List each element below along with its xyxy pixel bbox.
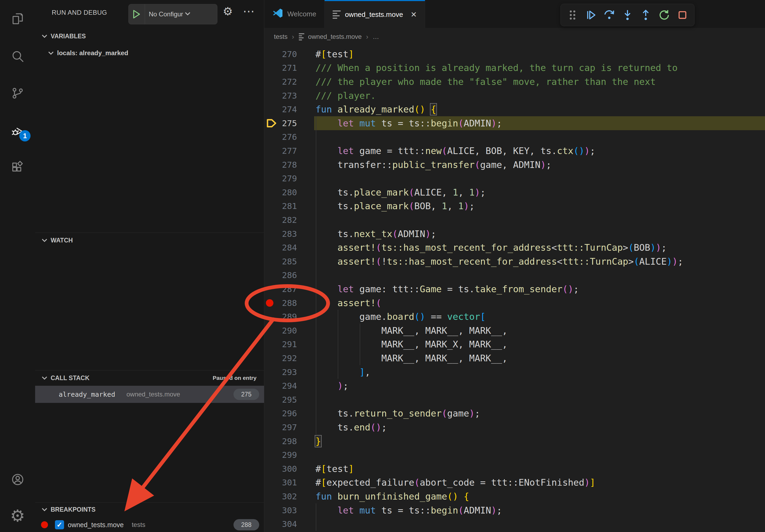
line-number[interactable]: 281	[264, 199, 297, 213]
code-line-283[interactable]: 283ts.next_tx(ADMIN);	[264, 227, 765, 241]
line-number[interactable]: 279	[264, 171, 297, 185]
line-number[interactable]: 296	[264, 406, 297, 420]
code-line-273[interactable]: 273/// player.	[264, 89, 765, 103]
code-line-287[interactable]: 287let game: ttt::Game = ts.take_from_se…	[264, 282, 765, 296]
restart-icon[interactable]	[657, 8, 671, 22]
activitybar-search-icon[interactable]	[0, 43, 35, 69]
line-number[interactable]: 290	[264, 324, 297, 338]
code-line-278[interactable]: 278transfer::public_transfer(game, ADMIN…	[264, 158, 765, 172]
code-line-296[interactable]: 296ts.return_to_sender(game);	[264, 406, 765, 420]
activitybar-account-icon[interactable]	[0, 467, 35, 492]
line-number[interactable]: 304	[264, 517, 297, 531]
variables-section-header[interactable]: VARIABLES	[35, 28, 264, 45]
activitybar-run-and-debug-icon[interactable]: 1	[0, 119, 35, 144]
line-number[interactable]: 303	[264, 503, 297, 517]
code-line-293[interactable]: 293],	[264, 365, 765, 379]
line-number[interactable]: 282	[264, 213, 297, 227]
code-line-281[interactable]: 281ts.place_mark(BOB, 1, 1);	[264, 199, 765, 213]
code-line-299[interactable]: 299	[264, 448, 765, 462]
breadcrumb-item[interactable]: tests	[274, 33, 288, 40]
line-number[interactable]: 283	[264, 227, 297, 241]
close-icon[interactable]: ✕	[410, 10, 417, 19]
watch-section-header[interactable]: WATCH	[35, 233, 264, 248]
line-number[interactable]: 271	[264, 61, 297, 75]
line-number[interactable]: 270	[264, 47, 297, 61]
line-number[interactable]: 285	[264, 254, 297, 268]
activitybar-source-control-icon[interactable]	[0, 80, 35, 106]
code-line-300[interactable]: 300#[test]	[264, 462, 765, 476]
code-line-290[interactable]: 290MARK__, MARK__, MARK__,	[264, 324, 765, 338]
line-number[interactable]: 291	[264, 338, 297, 352]
line-number[interactable]: 274	[264, 102, 297, 116]
line-number[interactable]: 299	[264, 448, 297, 462]
line-number[interactable]: 301	[264, 476, 297, 490]
tab-owned-tests-move[interactable]: owned_tests.move✕	[325, 0, 425, 28]
code-line-277[interactable]: 277let game = ttt::new(ALICE, BOB, KEY, …	[264, 144, 765, 158]
line-number[interactable]: 298	[264, 434, 297, 448]
breakpoint-row[interactable]: ✓ owned_tests.move tests 288	[35, 518, 264, 532]
more-actions-icon[interactable]: ⋯	[243, 4, 255, 18]
line-number[interactable]: 275	[264, 116, 297, 130]
code-line-280[interactable]: 280ts.place_mark(ALICE, 1, 1);	[264, 185, 765, 199]
debug-config-dropdown[interactable]: No Configur	[128, 4, 217, 24]
code-line-288[interactable]: 288assert!(	[264, 296, 765, 310]
breadcrumb-item[interactable]: …	[373, 33, 379, 40]
stop-icon[interactable]	[676, 8, 689, 22]
activitybar-extensions-icon[interactable]	[0, 155, 35, 180]
code-line-294[interactable]: 294);	[264, 379, 765, 393]
line-number[interactable]: 295	[264, 393, 297, 406]
line-number[interactable]: 273	[264, 89, 297, 103]
line-number[interactable]: 288	[264, 296, 297, 310]
breakpoint-checkbox[interactable]: ✓	[55, 520, 64, 529]
breakpoints-section-header[interactable]: BREAKPOINTS	[35, 502, 264, 516]
activitybar-explorer-icon[interactable]	[0, 6, 35, 32]
line-number[interactable]: 278	[264, 158, 297, 172]
code-line-297[interactable]: 297ts.end();	[264, 420, 765, 434]
step-out-icon[interactable]	[639, 8, 652, 22]
code-line-274[interactable]: 274fun already_marked() {	[264, 102, 765, 116]
line-number[interactable]: 300	[264, 462, 297, 476]
start-debug-icon[interactable]	[129, 4, 145, 24]
call-stack-frame-row[interactable]: already_marked owned_tests.move 275	[35, 386, 264, 403]
line-number[interactable]: 272	[264, 75, 297, 89]
step-into-icon[interactable]	[621, 8, 634, 22]
code-line-303[interactable]: 303let mut ts = ts::begin(ADMIN);	[264, 503, 765, 517]
code-line-301[interactable]: 301#[expected_failure(abort_code = ttt::…	[264, 476, 765, 490]
call-stack-section-header[interactable]: CALL STACK Paused on entry	[35, 371, 264, 386]
code-line-286[interactable]: 286	[264, 268, 765, 282]
drag-handle-icon[interactable]	[566, 8, 579, 22]
step-over-icon[interactable]	[602, 8, 616, 22]
line-number[interactable]: 280	[264, 185, 297, 199]
code-line-270[interactable]: 270#[test]	[264, 47, 765, 61]
line-number[interactable]: 286	[264, 268, 297, 282]
code-line-291[interactable]: 291MARK__, MARK_X, MARK__,	[264, 338, 765, 352]
code-line-292[interactable]: 292MARK__, MARK__, MARK__,	[264, 351, 765, 365]
line-number[interactable]: 293	[264, 365, 297, 379]
line-number[interactable]: 276	[264, 130, 297, 144]
code-line-298[interactable]: 298}	[264, 434, 765, 448]
line-number[interactable]: 294	[264, 379, 297, 393]
code-line-276[interactable]: 276	[264, 130, 765, 144]
line-number[interactable]: 292	[264, 351, 297, 365]
code-line-284[interactable]: 284assert!(ts::has_most_recent_for_addre…	[264, 241, 765, 254]
line-number[interactable]: 287	[264, 282, 297, 296]
code-line-302[interactable]: 302fun burn_unfinished_game() {	[264, 489, 765, 503]
code-line-272[interactable]: 272/// the player who made the "false" m…	[264, 75, 765, 89]
line-number[interactable]: 277	[264, 144, 297, 158]
code-line-289[interactable]: 289game.board() == vector[	[264, 310, 765, 324]
code-line-279[interactable]: 279	[264, 171, 765, 185]
tab-welcome[interactable]: Welcome	[264, 0, 325, 28]
continue-icon[interactable]	[584, 8, 597, 22]
code-line-275[interactable]: 275let mut ts = ts::begin(ADMIN);	[264, 116, 765, 130]
code-line-285[interactable]: 285assert!(!ts::has_most_recent_for_addr…	[264, 254, 765, 268]
code-line-295[interactable]: 295	[264, 393, 765, 406]
code-line-282[interactable]: 282	[264, 213, 765, 227]
code-line-304[interactable]: 304	[264, 517, 765, 531]
breadcrumb-item[interactable]: owned_tests.move	[308, 33, 362, 40]
variables-scope-locals[interactable]: locals: already_marked	[48, 45, 128, 62]
line-number[interactable]: 302	[264, 489, 297, 503]
activitybar-settings-gear-icon[interactable]: ⚙	[0, 503, 35, 529]
gear-icon[interactable]: ⚙	[223, 6, 233, 17]
line-number[interactable]: 284	[264, 241, 297, 254]
code-line-271[interactable]: 271/// When a position is already marked…	[264, 61, 765, 75]
